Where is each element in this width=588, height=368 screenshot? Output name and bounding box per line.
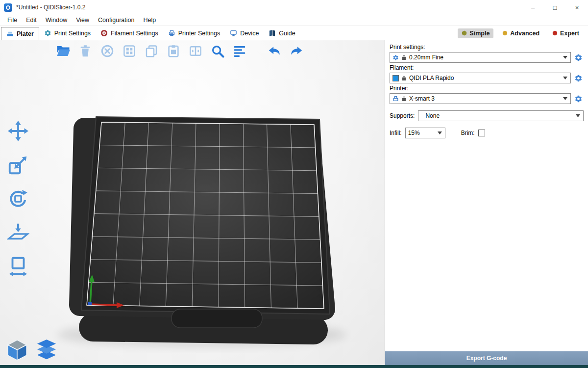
arrange-icon[interactable]	[121, 43, 138, 59]
titlebar[interactable]: *Untitled - QIDISlicer-1.0.2 – □ ×	[0, 0, 588, 15]
menu-view[interactable]: View	[72, 15, 94, 25]
printer-icon	[392, 96, 399, 102]
print-settings-icon	[44, 29, 51, 37]
variable-layer-height-icon[interactable]	[231, 43, 248, 59]
window-title: *Untitled - QIDISlicer-1.0.2	[16, 4, 85, 11]
tabbar: Plater Print Settings Filament Settings …	[0, 26, 588, 40]
simple-hexagon-icon	[462, 30, 467, 36]
guide-icon	[269, 29, 276, 37]
chevron-down-icon	[563, 77, 567, 79]
chevron-down-icon	[576, 114, 580, 117]
maximize-button[interactable]: □	[544, 0, 566, 15]
infill-label: Infill:	[390, 130, 402, 136]
build-plate[interactable]	[0, 40, 385, 368]
gizmo-toolbar	[5, 118, 31, 280]
menu-edit[interactable]: Edit	[22, 15, 41, 25]
menu-help[interactable]: Help	[139, 15, 160, 25]
tab-print-settings[interactable]: Print Settings	[39, 26, 96, 40]
delete-icon[interactable]	[77, 43, 94, 59]
mode-advanced[interactable]: Advanced	[498, 28, 543, 38]
filament-combo[interactable]: QIDI PLA Rapido	[390, 73, 571, 83]
filament-gear-button[interactable]	[573, 73, 584, 83]
flatten-icon[interactable]	[5, 219, 31, 246]
printer-combo[interactable]: X-smart 3	[390, 93, 571, 104]
view-switch	[6, 339, 58, 361]
brim-label: Brim:	[461, 130, 475, 136]
printer-settings-icon	[168, 29, 175, 37]
menu-window[interactable]: Window	[41, 15, 72, 25]
advanced-hexagon-icon	[502, 30, 508, 36]
copy-icon[interactable]	[143, 43, 160, 59]
scale-icon[interactable]	[5, 152, 31, 178]
expert-hexagon-icon	[552, 30, 558, 36]
menu-file[interactable]: File	[3, 15, 22, 25]
filament-color-swatch	[392, 75, 399, 81]
menu-configuration[interactable]: Configuration	[94, 15, 139, 25]
mode-simple[interactable]: Simple	[458, 28, 493, 38]
rotate-icon[interactable]	[5, 185, 31, 212]
lock-icon	[401, 96, 407, 102]
chevron-down-icon	[438, 131, 442, 134]
preview-view-icon[interactable]	[35, 339, 58, 361]
printer-label: Printer:	[390, 85, 584, 92]
tab-printer-settings[interactable]: Printer Settings	[163, 26, 225, 40]
measure-icon[interactable]	[5, 253, 31, 280]
lock-icon	[401, 55, 407, 60]
redo-icon[interactable]	[288, 43, 305, 59]
import-icon[interactable]	[55, 43, 72, 59]
infill-combo[interactable]: 15%	[405, 128, 445, 138]
supports-label: Supports:	[390, 112, 415, 119]
plater-toolbar	[55, 43, 310, 59]
lock-icon	[401, 76, 407, 81]
tab-guide[interactable]: Guide	[264, 26, 300, 40]
main-area: Print settings: 0.20mm Fine Filament: QI…	[0, 40, 588, 368]
viewport-3d[interactable]	[0, 40, 385, 368]
split-icon[interactable]	[187, 43, 204, 59]
delete-all-icon[interactable]	[99, 43, 116, 59]
tab-device[interactable]: Device	[225, 26, 264, 40]
tab-plater[interactable]: Plater	[1, 27, 39, 40]
close-button[interactable]: ×	[566, 0, 588, 15]
chevron-down-icon	[563, 56, 567, 59]
preset-gear-icon	[392, 54, 399, 61]
brim-checkbox[interactable]	[478, 130, 485, 136]
mode-switcher: Simple Advanced Expert	[458, 26, 583, 40]
minimize-button[interactable]: –	[522, 0, 544, 15]
plater-icon	[6, 30, 14, 37]
tab-filament-settings[interactable]: Filament Settings	[96, 26, 163, 40]
export-gcode-button[interactable]: Export G-code	[385, 351, 588, 365]
bottom-strip	[0, 365, 588, 368]
paste-icon[interactable]	[165, 43, 182, 59]
app-window: *Untitled - QIDISlicer-1.0.2 – □ × File …	[0, 0, 588, 368]
print-settings-gear-button[interactable]	[573, 53, 584, 63]
filament-label: Filament:	[390, 64, 584, 71]
move-icon[interactable]	[5, 118, 31, 144]
settings-panel: Print settings: 0.20mm Fine Filament: QI…	[385, 40, 588, 368]
search-icon[interactable]	[209, 43, 226, 59]
mode-expert[interactable]: Expert	[548, 28, 583, 38]
supports-combo[interactable]: None	[418, 110, 584, 121]
print-settings-combo[interactable]: 0.20mm Fine	[390, 52, 571, 63]
printer-gear-button[interactable]	[573, 94, 584, 104]
editor-view-icon[interactable]	[6, 339, 28, 361]
app-logo-icon	[4, 3, 12, 12]
filament-settings-icon	[100, 29, 108, 37]
chevron-down-icon	[563, 97, 567, 100]
menubar: File Edit Window View Configuration Help	[0, 15, 588, 26]
window-controls: – □ ×	[522, 0, 588, 15]
device-icon	[230, 29, 237, 37]
print-settings-label: Print settings:	[390, 44, 584, 51]
undo-icon[interactable]	[266, 43, 283, 59]
